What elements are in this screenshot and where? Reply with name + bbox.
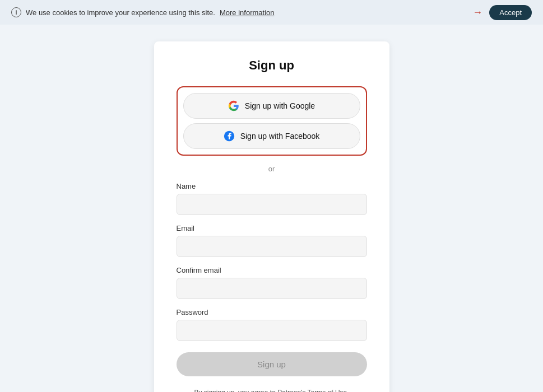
- email-label: Email: [177, 224, 367, 232]
- info-icon: i: [11, 7, 21, 17]
- more-information-link[interactable]: More information: [220, 8, 275, 17]
- facebook-icon: [224, 130, 235, 142]
- cookie-actions: → Accept: [472, 5, 532, 20]
- legal-prefix: By signing up, you agree to Patreon's: [194, 389, 305, 392]
- confirm-email-label: Confirm email: [177, 266, 367, 274]
- cookie-text: We use cookies to improve your experienc…: [26, 8, 215, 17]
- name-field-group: Name: [177, 182, 367, 215]
- signup-card: Sign up Sign up with Google Sign up: [154, 41, 389, 392]
- accept-button[interactable]: Accept: [489, 5, 532, 20]
- signup-submit-button[interactable]: Sign up: [177, 352, 367, 376]
- cookie-message: i We use cookies to improve your experie…: [11, 7, 274, 17]
- or-divider: or: [177, 165, 367, 173]
- google-signup-button[interactable]: Sign up with Google: [183, 93, 360, 119]
- facebook-signup-button[interactable]: Sign up with Facebook: [183, 123, 360, 149]
- email-input[interactable]: [177, 236, 367, 257]
- confirm-email-field-group: Confirm email: [177, 266, 367, 299]
- google-icon: [228, 100, 239, 111]
- password-field-group: Password: [177, 308, 367, 341]
- email-field-group: Email: [177, 224, 367, 257]
- main-content: Sign up Sign up with Google Sign up: [0, 0, 543, 392]
- cookie-banner: i We use cookies to improve your experie…: [0, 0, 543, 25]
- name-input[interactable]: [177, 194, 367, 215]
- or-text: or: [268, 165, 275, 173]
- password-label: Password: [177, 308, 367, 316]
- terms-of-use-link[interactable]: Terms of Use: [308, 389, 347, 392]
- page-title: Sign up: [177, 58, 367, 73]
- social-buttons-container: Sign up with Google Sign up with Faceboo…: [177, 86, 367, 156]
- password-input[interactable]: [177, 320, 367, 341]
- arrow-icon: →: [472, 7, 482, 18]
- google-signup-label: Sign up with Google: [245, 101, 315, 110]
- legal-text: By signing up, you agree to Patreon's Te…: [177, 388, 367, 392]
- confirm-email-input[interactable]: [177, 278, 367, 299]
- facebook-signup-label: Sign up with Facebook: [240, 132, 320, 141]
- name-label: Name: [177, 182, 367, 190]
- legal-separator: ,: [347, 389, 349, 392]
